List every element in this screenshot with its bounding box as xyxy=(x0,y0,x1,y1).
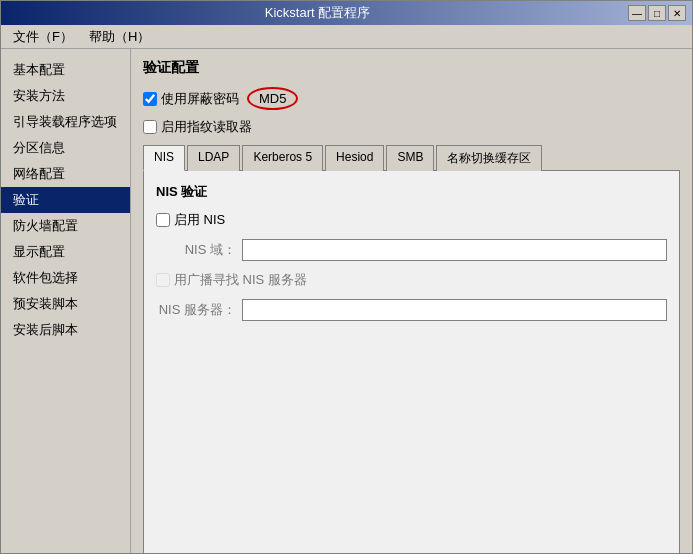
tab-kerberos5[interactable]: Kerberos 5 xyxy=(242,145,323,171)
title-bar: Kickstart 配置程序 — □ ✕ xyxy=(1,1,692,25)
maximize-button[interactable]: □ xyxy=(648,5,666,21)
nis-title: NIS 验证 xyxy=(156,183,667,201)
sidebar-item-prescript[interactable]: 预安装脚本 xyxy=(1,291,130,317)
nis-enable-checkbox[interactable] xyxy=(156,213,170,227)
sidebar-item-auth[interactable]: 验证 xyxy=(1,187,130,213)
close-button[interactable]: ✕ xyxy=(668,5,686,21)
nis-domain-row: NIS 域： xyxy=(156,239,667,261)
menu-file[interactable]: 文件（F） xyxy=(5,26,81,48)
sidebar-item-partition[interactable]: 分区信息 xyxy=(1,135,130,161)
tab-ldap[interactable]: LDAP xyxy=(187,145,240,171)
right-panel: 验证配置 使用屏蔽密码 MD5 启用指纹读取器 NIS xyxy=(131,49,692,553)
nis-domain-label: NIS 域： xyxy=(156,241,236,259)
nis-enable-text: 启用 NIS xyxy=(174,211,225,229)
auth-tabs-section: NIS LDAP Kerberos 5 Hesiod SMB 名称切换缓存区 N… xyxy=(143,144,680,553)
nis-broadcast-label[interactable]: 用广播寻找 NIS 服务器 xyxy=(156,271,307,289)
sidebar-item-basic[interactable]: 基本配置 xyxy=(1,57,130,83)
sidebar-item-install[interactable]: 安装方法 xyxy=(1,83,130,109)
tab-nis[interactable]: NIS xyxy=(143,145,185,171)
fingerprint-text: 启用指纹读取器 xyxy=(161,118,252,136)
minimize-button[interactable]: — xyxy=(628,5,646,21)
window-controls: — □ ✕ xyxy=(628,5,686,21)
shadow-password-checkbox[interactable] xyxy=(143,92,157,106)
tab-smb[interactable]: SMB xyxy=(386,145,434,171)
window-title: Kickstart 配置程序 xyxy=(7,4,628,22)
nis-domain-input[interactable] xyxy=(242,239,667,261)
nis-enable-label[interactable]: 启用 NIS xyxy=(156,211,225,229)
tab-hesiod[interactable]: Hesiod xyxy=(325,145,384,171)
sidebar-item-display[interactable]: 显示配置 xyxy=(1,239,130,265)
nis-server-input[interactable] xyxy=(242,299,667,321)
fingerprint-row: 启用指纹读取器 xyxy=(143,118,680,136)
tab-content-nis: NIS 验证 启用 NIS NIS 域： xyxy=(143,171,680,553)
sidebar-item-packages[interactable]: 软件包选择 xyxy=(1,265,130,291)
fingerprint-checkbox[interactable] xyxy=(143,120,157,134)
nis-broadcast-text: 用广播寻找 NIS 服务器 xyxy=(174,271,307,289)
menu-bar: 文件（F） 帮助（H） xyxy=(1,25,692,49)
shadow-password-text: 使用屏蔽密码 xyxy=(161,90,239,108)
shadow-password-label[interactable]: 使用屏蔽密码 xyxy=(143,90,239,108)
sidebar-item-postscript[interactable]: 安装后脚本 xyxy=(1,317,130,343)
fingerprint-label[interactable]: 启用指纹读取器 xyxy=(143,118,252,136)
sidebar-item-bootloader[interactable]: 引导装载程序选项 xyxy=(1,109,130,135)
shadow-password-row: 使用屏蔽密码 MD5 xyxy=(143,87,680,110)
nis-broadcast-row: 用广播寻找 NIS 服务器 xyxy=(156,271,667,289)
menu-help[interactable]: 帮助（H） xyxy=(81,26,158,48)
tab-bar: NIS LDAP Kerberos 5 Hesiod SMB 名称切换缓存区 xyxy=(143,144,680,171)
tab-namecache[interactable]: 名称切换缓存区 xyxy=(436,145,542,171)
main-window: Kickstart 配置程序 — □ ✕ 文件（F） 帮助（H） 基本配置 安装… xyxy=(0,0,693,554)
nis-server-label: NIS 服务器： xyxy=(156,301,236,319)
nis-enable-row: 启用 NIS xyxy=(156,211,667,229)
nis-server-row: NIS 服务器： xyxy=(156,299,667,321)
sidebar-item-firewall[interactable]: 防火墙配置 xyxy=(1,213,130,239)
sidebar: 基本配置 安装方法 引导装载程序选项 分区信息 网络配置 验证 防火墙配置 显示… xyxy=(1,49,131,553)
section-title: 验证配置 xyxy=(143,59,680,77)
md5-badge: MD5 xyxy=(247,87,298,110)
sidebar-item-network[interactable]: 网络配置 xyxy=(1,161,130,187)
main-content: 基本配置 安装方法 引导装载程序选项 分区信息 网络配置 验证 防火墙配置 显示… xyxy=(1,49,692,553)
nis-broadcast-checkbox[interactable] xyxy=(156,273,170,287)
